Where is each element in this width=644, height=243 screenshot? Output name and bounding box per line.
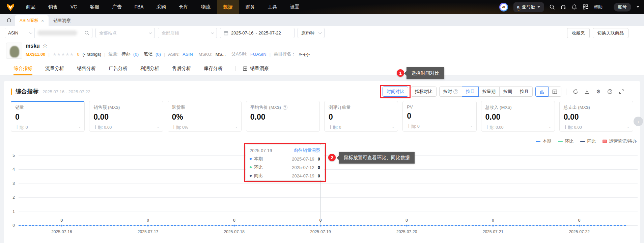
headset-icon[interactable] <box>560 4 566 10</box>
legend-item-运营笔记/待办[interactable]: 运营笔记/待办 <box>603 138 637 144</box>
refresh-icon[interactable] <box>572 89 579 95</box>
metric-prev: 上期: 0.00- <box>485 125 551 130</box>
metric-cards-row: 销量0上期: 0-销售额 (MX$)0.00上期: 0.00-退货率0%上期: … <box>4 97 640 132</box>
nav-item-采购[interactable]: 采购 <box>150 0 172 14</box>
chart-point[interactable] <box>405 224 408 227</box>
granularity-按星期[interactable]: 按星期 <box>478 87 500 97</box>
point-value-label: 0 <box>403 218 410 223</box>
date-range-picker[interactable]: 2025-07-16 ~ 2025-07-22 <box>220 28 295 38</box>
legend-swatch <box>536 141 540 142</box>
switch-related-product-button[interactable]: 切换关联商品 <box>593 28 628 38</box>
parent-asin-link[interactable]: FUASIN <box>250 52 267 57</box>
site-select[interactable]: 全部站点 <box>95 28 155 38</box>
chart-point[interactable] <box>233 224 235 227</box>
nav-item-VC[interactable]: VC <box>64 0 83 14</box>
nav-item-商品[interactable]: 商品 <box>20 0 42 14</box>
sales-insight-link[interactable]: 销量洞察 <box>243 66 269 72</box>
help-circle-icon[interactable]: ? <box>283 105 287 110</box>
granularity-按月[interactable]: 按月 <box>516 87 533 97</box>
nav-item-设置[interactable]: 设置 <box>284 0 306 14</box>
nav-item-工具[interactable]: 工具 <box>261 0 284 14</box>
nav-item-FBA[interactable]: FBA <box>128 0 150 14</box>
marketplace-switcher[interactable]: a 亚马逊 <box>513 2 544 12</box>
home-icon[interactable] <box>3 14 15 26</box>
nav-right-cluster: AI a 亚马逊 帮助 账号 <box>499 2 644 12</box>
search-icon[interactable] <box>549 4 555 10</box>
nav-item-销售[interactable]: 销售 <box>42 0 64 14</box>
asin-search-control: ASIN <box>5 28 92 38</box>
metric-compare-button[interactable]: 指标对比 <box>411 87 437 97</box>
fullscreen-icon[interactable] <box>618 89 624 95</box>
metric-card[interactable]: 退货率0%上期: 0%- <box>168 101 242 132</box>
metric-card[interactable]: 销售额 (MX$)0.00上期: 0.00- <box>89 101 163 132</box>
metric-card[interactable]: 测评订单量0上期: 0- <box>324 101 398 132</box>
legend-item-同比[interactable]: 同比 <box>580 138 596 144</box>
search-icon[interactable] <box>84 30 89 35</box>
chart-point[interactable] <box>492 224 494 227</box>
nav-item-广告[interactable]: 广告 <box>106 0 128 14</box>
series-line-current <box>19 225 626 226</box>
chart-point[interactable] <box>578 224 581 227</box>
chart-point[interactable] <box>147 224 149 227</box>
ai-assistant-icon[interactable]: AI <box>499 3 508 11</box>
point-value-label: 0 <box>145 218 151 223</box>
analysis-tab-广告分析[interactable]: 广告分析 <box>109 62 128 75</box>
analysis-tab-销售分析[interactable]: 销售分析 <box>77 62 96 75</box>
search-type-select[interactable]: ASIN <box>5 28 35 38</box>
tab-asin-dashboard[interactable]: ASIN看板 × <box>15 15 49 26</box>
metric-label: 总收入 (MX$) <box>485 104 551 111</box>
asin-link[interactable]: ASIN <box>183 52 193 57</box>
logo-icon[interactable] <box>6 3 15 11</box>
account-menu[interactable]: 账号 <box>614 3 631 11</box>
table-icon <box>552 89 557 94</box>
analysis-tab-流量分析[interactable]: 流量分析 <box>45 62 64 75</box>
nav-item-数据[interactable]: 数据 <box>217 0 239 14</box>
todo-count-link[interactable]: (0) <box>133 52 139 57</box>
product-image[interactable] <box>6 43 22 59</box>
chart-point[interactable] <box>319 224 322 227</box>
granularity-按日[interactable]: 按日 <box>462 87 479 97</box>
metric-label: 测评订单量 <box>329 104 394 111</box>
apps-grid-icon[interactable] <box>583 4 588 10</box>
currency-select[interactable]: 原币种 <box>298 28 325 38</box>
metric-card[interactable]: PV0上期: 0- <box>402 101 476 132</box>
time-compare-button[interactable]: 时间对比 <box>383 87 408 97</box>
download-icon[interactable] <box>584 89 590 95</box>
close-icon[interactable]: × <box>41 18 44 23</box>
analysis-tab-售后分析[interactable]: 售后分析 <box>172 62 191 75</box>
granularity-按周[interactable]: 按周 <box>499 87 516 97</box>
nav-item-物流[interactable]: 物流 <box>195 0 217 14</box>
metric-card[interactable]: 总支出 (MX$)0.00上期: 0.00- <box>559 101 633 132</box>
metric-card[interactable]: 销量0上期: 0- <box>11 101 85 132</box>
carousel-next-icon[interactable]: › <box>634 117 643 126</box>
legend-item-环比[interactable]: 环比 <box>558 138 573 144</box>
go-to-sales-insight-link[interactable]: 前往销量洞察 <box>294 147 320 153</box>
bell-icon[interactable] <box>571 4 577 10</box>
nav-item-财务[interactable]: 财务 <box>239 0 261 14</box>
table-view-button[interactable] <box>548 87 561 97</box>
granularity-按时[interactable]: 按时? <box>439 87 462 97</box>
shop-select[interactable]: 全部店铺 <box>158 28 217 38</box>
analysis-tab-利润分析[interactable]: 利润分析 <box>140 62 159 75</box>
favorite-star-icon[interactable]: ☆ <box>43 42 48 49</box>
tab-sales-insight[interactable]: 销量洞察 <box>49 15 76 26</box>
metric-card[interactable]: 总收入 (MX$)0.00上期: 0.00- <box>481 101 555 132</box>
gear-icon[interactable]: ⚙ <box>595 89 601 95</box>
chart-view-button[interactable] <box>535 87 549 97</box>
help-link[interactable]: 帮助 <box>594 4 603 10</box>
nav-item-客服[interactable]: 客服 <box>83 0 106 14</box>
legend-item-本期[interactable]: 本期 <box>536 138 551 144</box>
analysis-tab-库存分析[interactable]: 库存分析 <box>204 62 223 75</box>
search-input[interactable] <box>35 30 92 35</box>
help-circle-icon[interactable]: ? <box>453 89 458 94</box>
note-count-link[interactable]: (0) <box>156 52 161 57</box>
chevron-down-icon <box>318 31 322 34</box>
nav-item-仓库[interactable]: 仓库 <box>172 0 195 14</box>
help-circle-icon[interactable]: ? <box>607 89 613 95</box>
metric-card[interactable]: 平均售价 (MX$)?0.00 <box>246 101 320 132</box>
chart-point[interactable] <box>60 224 63 227</box>
favorites-button[interactable]: 收藏夹 <box>567 28 590 38</box>
analysis-tab-综合指标[interactable]: 综合指标 <box>13 62 32 75</box>
divider <box>608 4 608 10</box>
chevron-down-icon[interactable] <box>637 6 639 8</box>
